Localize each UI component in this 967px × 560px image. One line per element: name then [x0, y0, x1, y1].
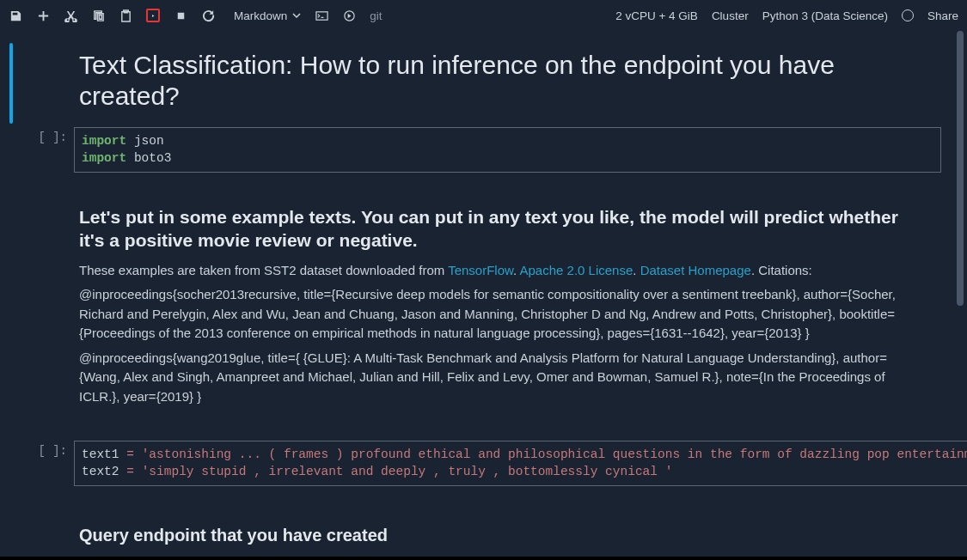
citation-1: @inproceedings{socher2013recursive, titl… — [79, 285, 915, 344]
restart-icon[interactable] — [201, 9, 215, 22]
git-label[interactable]: git — [370, 9, 382, 22]
cell-prompt: [ ]: — [22, 127, 74, 173]
code-cell[interactable]: [ ]: text1 = 'astonishing ... ( frames )… — [0, 441, 967, 486]
dataset-paragraph: These examples are taken from SST2 datas… — [79, 261, 915, 281]
cut-icon[interactable] — [64, 9, 77, 22]
run-icon[interactable] — [146, 9, 160, 22]
stop-icon[interactable] — [174, 9, 187, 22]
markdown-cell[interactable]: Text Classification: How to run inferenc… — [0, 43, 967, 124]
section-heading: Query endpoint that you have created — [79, 526, 915, 545]
toolbar-left: Markdown git — [9, 9, 383, 22]
markdown-cell[interactable]: Let's put in some example texts. You can… — [0, 198, 967, 418]
note-paragraph: Note: Backend scripts and the notebooks … — [79, 554, 915, 555]
markdown-content: Text Classification: How to run inferenc… — [74, 43, 967, 124]
license-link[interactable]: Apache 2.0 License — [520, 263, 633, 277]
markdown-content: Query endpoint that you have created Not… — [74, 512, 967, 555]
citation-2: @inproceedings{wang2019glue, title={ {GL… — [79, 349, 915, 407]
notebook-title: Text Classification: How to run inferenc… — [79, 50, 915, 112]
cell-prompt — [22, 43, 74, 124]
save-icon[interactable] — [9, 9, 22, 22]
scrollbar-thumb[interactable] — [957, 31, 964, 306]
bottom-border — [0, 557, 967, 560]
add-cell-icon[interactable] — [36, 9, 50, 22]
chevron-down-icon — [292, 11, 301, 20]
toolbar-right: 2 vCPU + 4 GiB Cluster Python 3 (Data Sc… — [615, 9, 958, 22]
kernel-label[interactable]: Python 3 (Data Science) — [762, 9, 888, 22]
tensorflow-link[interactable]: TensorFlow — [448, 263, 513, 277]
cell-gutter — [0, 43, 22, 124]
kernel-status-icon[interactable] — [902, 9, 914, 21]
code-input[interactable]: import json import boto3 — [74, 127, 941, 173]
svg-rect-1 — [316, 11, 327, 19]
notebook-area: Text Classification: How to run inferenc… — [0, 31, 967, 555]
cell-type-selector[interactable]: Markdown — [234, 9, 301, 22]
cluster-label[interactable]: Cluster — [712, 9, 749, 22]
cell-prompt: [ ]: — [22, 441, 74, 486]
code-cell[interactable]: [ ]: import json import boto3 — [0, 127, 967, 173]
toolbar: Markdown git 2 vCPU + 4 GiB Cluster Pyth… — [0, 0, 967, 31]
markdown-content: Let's put in some example texts. You can… — [74, 198, 967, 418]
svg-rect-0 — [177, 12, 184, 19]
cell-type-label: Markdown — [234, 9, 287, 22]
share-button[interactable]: Share — [927, 9, 958, 22]
section-heading: Let's put in some example texts. You can… — [79, 205, 915, 253]
dataset-homepage-link[interactable]: Dataset Homepage — [640, 263, 751, 277]
markdown-cell[interactable]: Query endpoint that you have created Not… — [0, 512, 967, 555]
paste-icon[interactable] — [119, 9, 132, 22]
scrollbar-track[interactable] — [955, 31, 964, 557]
active-indicator — [9, 43, 13, 124]
code-input[interactable]: text1 = 'astonishing ... ( frames ) prof… — [74, 441, 967, 486]
resources-label[interactable]: 2 vCPU + 4 GiB — [615, 9, 698, 22]
terminal-icon[interactable] — [315, 9, 328, 22]
copy-icon[interactable] — [91, 9, 105, 22]
fast-forward-icon[interactable] — [342, 9, 356, 22]
